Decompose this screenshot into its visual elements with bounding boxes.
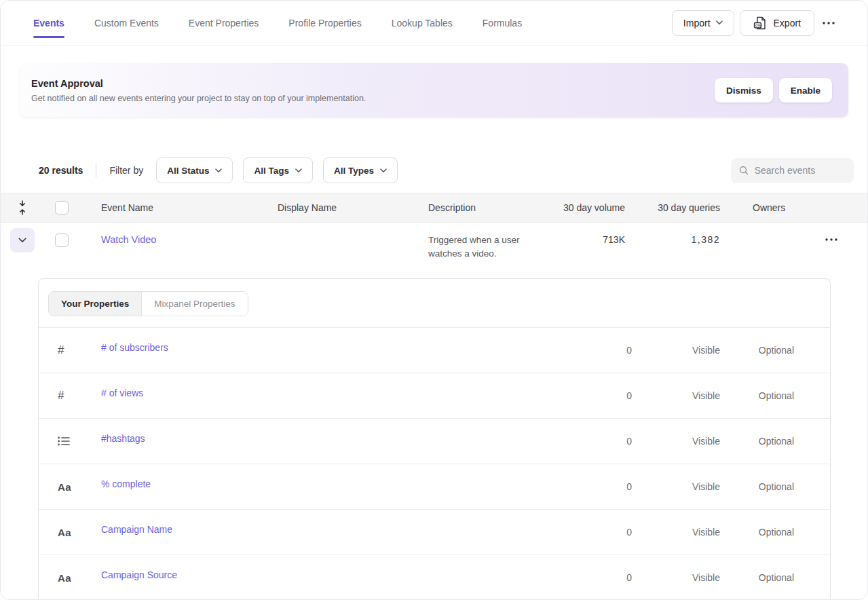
- number-type-icon: #: [58, 389, 64, 402]
- event-queries: 1,382: [625, 234, 720, 245]
- column-display-name: Display Name: [278, 202, 428, 213]
- property-name-link[interactable]: % complete: [101, 479, 591, 489]
- nav-actions: Import csv Export: [672, 10, 837, 36]
- active-tab-underline: [33, 36, 64, 38]
- list-type-icon: [58, 436, 70, 446]
- property-requirement: Optional: [720, 481, 794, 492]
- search-input[interactable]: [755, 165, 846, 176]
- lexicon-events-page: Events Custom Events Event Properties Pr…: [0, 0, 868, 600]
- property-count: 0: [591, 436, 632, 447]
- property-visibility: Visible: [632, 345, 720, 356]
- event-volume: 713K: [559, 234, 625, 245]
- tags-filter-dropdown[interactable]: All Tags: [243, 157, 313, 183]
- svg-text:csv: csv: [755, 23, 761, 27]
- event-name-link[interactable]: Watch Video: [101, 234, 156, 245]
- chevron-down-icon: [18, 238, 26, 243]
- import-button-label: Import: [683, 18, 711, 29]
- column-event-name: Event Name: [101, 202, 278, 213]
- types-filter-dropdown[interactable]: All Types: [323, 157, 398, 183]
- property-row: Aa Campaign Name 0 Visible Optional: [39, 510, 830, 555]
- results-count: 20 results: [39, 165, 83, 176]
- row-ellipsis-icon[interactable]: [825, 238, 837, 241]
- property-name-link[interactable]: Campaign Source: [101, 569, 591, 580]
- enable-button[interactable]: Enable: [779, 78, 832, 102]
- property-visibility: Visible: [632, 481, 720, 492]
- export-button[interactable]: csv Export: [740, 10, 814, 36]
- tab-your-properties[interactable]: Your Properties: [49, 292, 142, 316]
- property-visibility: Visible: [632, 436, 720, 447]
- event-description: Triggered when a user watches a video.: [428, 233, 535, 261]
- filter-by-label: Filter by: [109, 165, 143, 176]
- tab-formulas-label: Formulas: [483, 18, 522, 29]
- property-requirement: Optional: [720, 390, 794, 401]
- collapse-all-icon: [18, 200, 27, 215]
- event-row-watch-video: Watch Video Triggered when a user watche…: [1, 223, 867, 278]
- property-count: 0: [591, 527, 632, 538]
- nav-tabs: Events Custom Events Event Properties Pr…: [33, 8, 672, 38]
- tab-custom-events-label: Custom Events: [94, 18, 159, 29]
- tab-formulas[interactable]: Formulas: [483, 8, 522, 38]
- property-row: #hashtags 0 Visible Optional: [39, 419, 830, 464]
- property-name-link[interactable]: # of views: [101, 388, 591, 398]
- collapse-all-cell[interactable]: [1, 200, 44, 215]
- chevron-down-icon: [295, 168, 302, 173]
- tab-lookup-tables-label: Lookup Tables: [392, 18, 453, 29]
- import-button[interactable]: Import: [672, 10, 734, 36]
- property-visibility: Visible: [632, 527, 720, 538]
- properties-tab-group: Your Properties Mixpanel Properties: [48, 291, 248, 316]
- collapse-row-button[interactable]: [10, 228, 35, 252]
- chevron-down-icon: [380, 168, 387, 173]
- property-requirement: Optional: [720, 527, 794, 538]
- property-requirement: Optional: [720, 572, 794, 583]
- tab-event-properties[interactable]: Event Properties: [189, 8, 259, 38]
- chevron-down-icon: [716, 20, 723, 25]
- property-visibility: Visible: [632, 572, 720, 583]
- property-requirement: Optional: [720, 436, 794, 447]
- text-type-icon: Aa: [58, 481, 71, 493]
- text-type-icon: Aa: [58, 572, 71, 584]
- filter-toolbar: 20 results Filter by All Status All Tags…: [1, 157, 867, 183]
- top-nav: Events Custom Events Event Properties Pr…: [1, 1, 867, 45]
- property-requirement: Optional: [720, 345, 794, 356]
- column-30-day-volume: 30 day volume: [559, 202, 625, 213]
- text-type-icon: Aa: [58, 527, 71, 538]
- chevron-down-icon: [215, 168, 222, 173]
- tab-events-label: Events: [33, 18, 64, 29]
- event-approval-banner: Event Approval Get notified on all new e…: [20, 63, 848, 117]
- property-count: 0: [591, 481, 632, 492]
- event-properties-panel: Your Properties Mixpanel Properties # # …: [38, 278, 831, 600]
- tab-events[interactable]: Events: [33, 8, 64, 38]
- property-count: 0: [591, 390, 632, 401]
- property-count: 0: [591, 345, 632, 356]
- property-name-link[interactable]: #hashtags: [101, 433, 591, 444]
- status-filter-dropdown[interactable]: All Status: [156, 157, 233, 183]
- property-row: # # of views 0 Visible Optional: [39, 373, 830, 419]
- property-name-link[interactable]: Campaign Name: [101, 524, 591, 535]
- banner-description: Get notified on all new events entering …: [31, 94, 715, 103]
- property-count: 0: [591, 572, 632, 583]
- tab-mixpanel-properties[interactable]: Mixpanel Properties: [142, 292, 247, 316]
- more-options-button[interactable]: [820, 14, 837, 32]
- property-name-link[interactable]: # of subscribers: [101, 342, 591, 353]
- csv-file-icon: csv: [753, 16, 767, 30]
- row-checkbox[interactable]: [55, 233, 69, 247]
- divider: [96, 163, 96, 178]
- dismiss-button[interactable]: Dismiss: [715, 78, 773, 102]
- property-visibility: Visible: [632, 390, 720, 401]
- banner-title: Event Approval: [31, 78, 715, 89]
- table-header: Event Name Display Name Description 30 d…: [1, 193, 867, 223]
- tab-profile-properties[interactable]: Profile Properties: [288, 8, 361, 38]
- property-row: Aa Campaign Source 0 Visible Optional: [39, 555, 830, 600]
- property-row: # # of subscribers 0 Visible Optional: [39, 328, 830, 373]
- tab-lookup-tables[interactable]: Lookup Tables: [392, 8, 453, 38]
- ellipsis-icon: [823, 22, 835, 24]
- property-row: Aa % complete 0 Visible Optional: [39, 464, 830, 510]
- search-box: [731, 158, 854, 183]
- tab-custom-events[interactable]: Custom Events: [94, 8, 159, 38]
- column-30-day-queries: 30 day queries: [625, 202, 720, 213]
- column-owners: Owners: [720, 202, 801, 213]
- tab-event-properties-label: Event Properties: [189, 18, 259, 29]
- select-all-checkbox[interactable]: [55, 201, 69, 214]
- column-description: Description: [428, 202, 559, 213]
- search-icon: [739, 165, 749, 176]
